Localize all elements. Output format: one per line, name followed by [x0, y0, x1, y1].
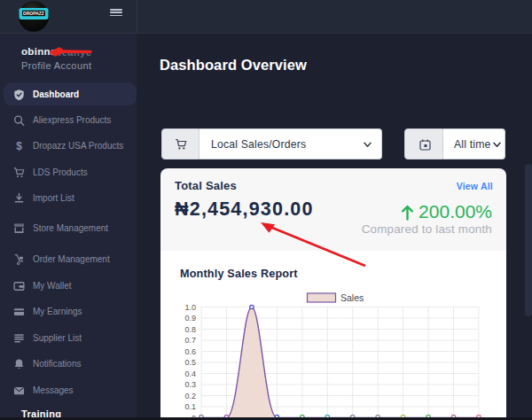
svg-text:$: $ — [16, 141, 22, 152]
svg-text:0.5: 0.5 — [184, 358, 196, 367]
svg-text:0.4: 0.4 — [184, 369, 196, 378]
svg-text:DROPAZZ: DROPAZZ — [23, 11, 44, 16]
svg-text:0.3: 0.3 — [184, 380, 196, 389]
svg-text:0.8: 0.8 — [184, 325, 196, 334]
svg-text:0.1: 0.1 — [184, 402, 196, 411]
svg-text:0.6: 0.6 — [184, 347, 196, 356]
svg-text:0.7: 0.7 — [184, 336, 196, 345]
svg-text:1.0: 1.0 — [184, 303, 196, 312]
svg-text:0.2: 0.2 — [184, 392, 196, 401]
svg-text:Sales: Sales — [340, 292, 364, 303]
svg-text:0.9: 0.9 — [184, 314, 196, 323]
